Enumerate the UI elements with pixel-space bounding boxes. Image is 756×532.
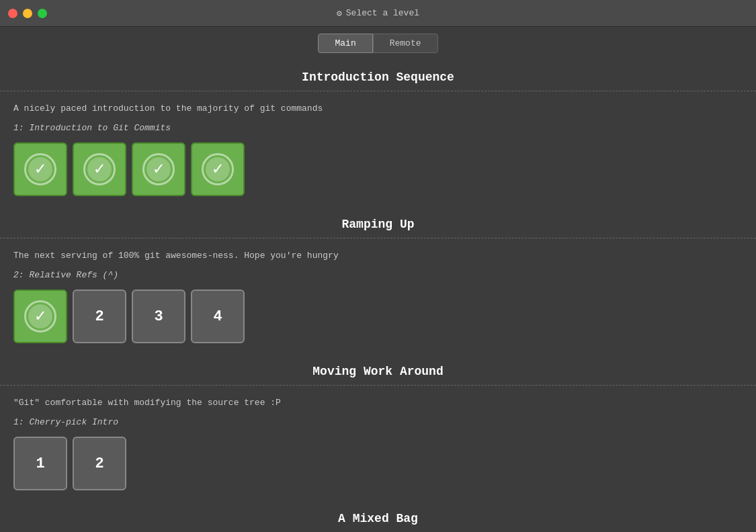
close-button[interactable] bbox=[8, 9, 17, 18]
check-circle: ✓ bbox=[83, 153, 116, 185]
checkmark-icon: ✓ bbox=[153, 161, 164, 178]
minimize-button[interactable] bbox=[23, 9, 32, 18]
level-btn-2-4[interactable]: 4 bbox=[191, 290, 245, 343]
section-ramping-title: Ramping Up bbox=[341, 218, 414, 231]
section-introduction-title: Introduction Sequence bbox=[302, 71, 454, 84]
maximize-button[interactable] bbox=[38, 9, 47, 18]
levels-row-ramping: ✓ 2 3 4 bbox=[0, 284, 756, 354]
checkmark-icon: ✓ bbox=[35, 161, 46, 178]
gear-icon: ⚙ bbox=[337, 8, 342, 19]
level-btn-3-1[interactable]: 1 bbox=[13, 437, 67, 490]
checkmark-icon: ✓ bbox=[35, 308, 46, 325]
section-introduction-desc: A nicely paced introduction to the major… bbox=[0, 98, 756, 119]
check-circle: ✓ bbox=[142, 153, 175, 185]
tab-remote[interactable]: Remote bbox=[373, 34, 438, 53]
section-mixed-title: A Mixed Bag bbox=[338, 512, 418, 525]
title-text: Select a level bbox=[346, 8, 419, 18]
level-btn-2-1[interactable]: ✓ bbox=[13, 290, 67, 343]
level-btn-1-3[interactable]: ✓ bbox=[132, 142, 185, 196]
level-btn-1-1[interactable]: ✓ bbox=[13, 142, 67, 196]
window-controls bbox=[8, 9, 47, 18]
checkmark-icon: ✓ bbox=[212, 161, 223, 178]
titlebar: ⚙ Select a level bbox=[0, 0, 756, 27]
level-btn-1-4[interactable]: ✓ bbox=[191, 142, 245, 196]
section-moving-header: Moving Work Around bbox=[0, 354, 756, 386]
window-title: ⚙ Select a level bbox=[337, 8, 419, 19]
levels-row-introduction: ✓ ✓ ✓ ✓ bbox=[0, 137, 756, 207]
checkmark-icon: ✓ bbox=[94, 161, 105, 178]
content-area: Introduction Sequence A nicely paced int… bbox=[0, 60, 756, 532]
check-circle: ✓ bbox=[24, 153, 56, 185]
section-mixed-header: A Mixed Bag bbox=[0, 501, 756, 532]
level-btn-3-2[interactable]: 2 bbox=[73, 437, 126, 490]
tabs-bar: Main Remote bbox=[0, 27, 756, 60]
check-circle: ✓ bbox=[202, 153, 234, 185]
section-ramping-header: Ramping Up bbox=[0, 207, 756, 238]
levels-row-moving: 1 2 bbox=[0, 431, 756, 501]
section-moving-title: Moving Work Around bbox=[312, 365, 443, 378]
level-btn-1-2[interactable]: ✓ bbox=[73, 142, 126, 196]
level-btn-2-2[interactable]: 2 bbox=[73, 290, 126, 343]
check-circle: ✓ bbox=[24, 300, 56, 332]
subsection-label-3: 1: Cherry-pick Intro bbox=[0, 413, 756, 431]
level-btn-2-3[interactable]: 3 bbox=[132, 290, 185, 343]
section-introduction-header: Introduction Sequence bbox=[0, 60, 756, 91]
section-moving-desc: "Git" comfortable with modifying the sou… bbox=[0, 392, 756, 413]
tab-main[interactable]: Main bbox=[318, 34, 372, 53]
section-ramping-desc: The next serving of 100% git awesomes-ne… bbox=[0, 245, 756, 266]
subsection-label-1: 1: Introduction to Git Commits bbox=[0, 119, 756, 137]
subsection-label-2: 2: Relative Refs (^) bbox=[0, 266, 756, 284]
